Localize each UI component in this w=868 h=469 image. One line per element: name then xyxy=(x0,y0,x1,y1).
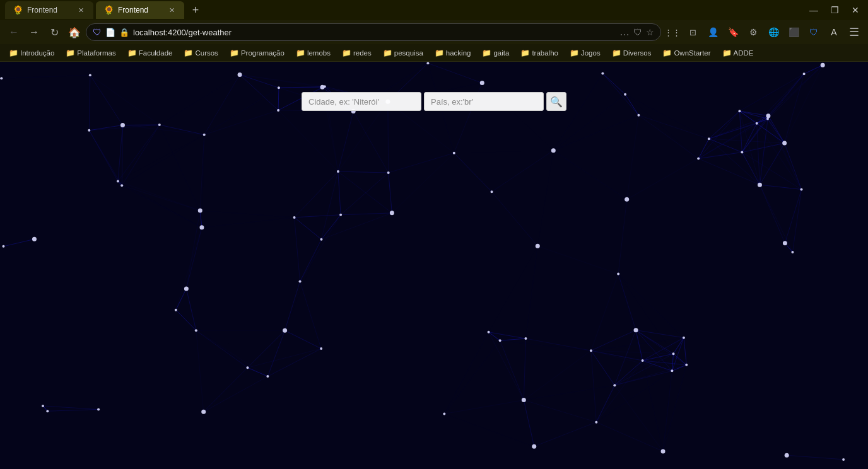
network-canvas xyxy=(0,62,868,469)
titlebar: 🌻 Frontend ✕ 🌻 Frontend ✕ + — ❐ ✕ xyxy=(0,0,868,20)
refresh-button[interactable]: ↻ xyxy=(45,23,63,41)
page-icon: 📄 xyxy=(105,28,115,37)
close-button[interactable]: ✕ xyxy=(848,4,863,16)
tab-2-icon: 🌻 xyxy=(103,5,114,15)
window-controls: — ❐ ✕ xyxy=(806,4,863,16)
bookmark-jogos[interactable]: 📁 Jogos xyxy=(565,47,606,59)
tab-view-icon[interactable]: ⊡ xyxy=(684,23,701,41)
bookmark-label: Plataformas xyxy=(77,49,115,57)
minimize-button[interactable]: — xyxy=(806,4,822,16)
tab-1-close[interactable]: ✕ xyxy=(76,5,86,15)
tab-2[interactable]: 🌻 Frontend ✕ xyxy=(96,1,184,19)
folder-icon: 📁 xyxy=(520,49,530,57)
bookmark-label: Introdução xyxy=(20,49,54,57)
bookmark-label: trabalho xyxy=(532,49,558,57)
forward-button[interactable]: → xyxy=(25,23,43,41)
bookmark-diversos[interactable]: 📁 Diversos xyxy=(607,47,657,59)
star-icon[interactable]: ☆ xyxy=(646,27,654,37)
tab-1-icon: 🌻 xyxy=(13,5,23,15)
menu-icon[interactable]: ☰ xyxy=(845,23,863,41)
shield-icon: 🛡 xyxy=(93,27,102,37)
more-icon[interactable]: … xyxy=(619,26,630,38)
bookmark-label: Programação xyxy=(241,49,284,57)
navbar: ← → ↻ 🏠 🛡 📄 🔒 localhost:4200/get-weather… xyxy=(0,20,868,44)
bookmark-plataformas[interactable]: 📁 Plataformas xyxy=(61,47,120,59)
tab-1[interactable]: 🌻 Frontend ✕ xyxy=(5,1,93,19)
folder-icon: 📁 xyxy=(570,49,579,57)
bookmark-label: pesquisa xyxy=(394,49,423,57)
new-tab-button[interactable]: + xyxy=(187,1,204,19)
font-icon[interactable]: A xyxy=(825,23,843,41)
pocket-icon[interactable]: ⬛ xyxy=(785,23,802,41)
folder-icon: 📁 xyxy=(435,49,444,57)
bookmark-gaita[interactable]: 📁 gaita xyxy=(477,47,514,59)
search-button[interactable]: 🔍 xyxy=(546,92,566,111)
bookmark-cursos[interactable]: 📁 Cursos xyxy=(179,47,223,59)
profile-icon[interactable]: 👤 xyxy=(704,23,722,41)
bookmark-trabalho[interactable]: 📁 trabalho xyxy=(515,47,563,59)
bookmark-label: gaita xyxy=(493,49,509,57)
folder-icon: 📁 xyxy=(127,49,137,57)
tab-2-close[interactable]: ✕ xyxy=(167,5,177,15)
main-content: 🔍 xyxy=(0,62,868,469)
folder-icon: 📁 xyxy=(342,49,351,57)
folder-icon: 📁 xyxy=(662,49,672,57)
folder-icon: 📁 xyxy=(230,49,239,57)
bookmark-label: ADDE xyxy=(734,49,754,57)
shield-check-icon[interactable]: 🛡 xyxy=(633,27,642,37)
bookmark-ownstarter[interactable]: 📁 OwnStarter xyxy=(657,47,715,59)
bookmark-pesquisa[interactable]: 📁 pesquisa xyxy=(378,47,428,59)
bookmark-label: lemobs xyxy=(307,49,331,57)
bookmark-label: hacking xyxy=(446,49,471,57)
bookmark-label: Diversos xyxy=(623,49,652,57)
bookmark-label: Jogos xyxy=(581,49,601,57)
url-text[interactable]: localhost:4200/get-weather xyxy=(133,28,616,37)
back-button[interactable]: ← xyxy=(5,23,23,41)
country-input[interactable] xyxy=(424,92,544,111)
bookmark-label: Cursos xyxy=(195,49,218,57)
folder-icon: 📁 xyxy=(9,49,18,57)
bookmark-red-icon[interactable]: 🔖 xyxy=(724,23,742,41)
folder-icon: 📁 xyxy=(184,49,193,57)
tab-1-label: Frontend xyxy=(27,6,57,14)
nav-tools: ⋮⋮ ⊡ 👤 🔖 ⚙ 🌐 ⬛ 🛡 A ☰ xyxy=(664,23,863,41)
ublock-icon[interactable]: 🛡 xyxy=(805,23,823,41)
search-form: 🔍 xyxy=(302,92,566,111)
bookmark-label: OwnStarter xyxy=(674,49,710,57)
folder-icon: 📁 xyxy=(612,49,621,57)
search-icon: 🔍 xyxy=(550,96,563,108)
address-icons: … 🛡 ☆ xyxy=(619,26,654,38)
bookmark-lemobs[interactable]: 📁 lemobs xyxy=(291,47,336,59)
vpn-icon[interactable]: 🌐 xyxy=(765,23,782,41)
extensions-icon[interactable]: ⋮⋮ xyxy=(664,23,681,41)
folder-icon: 📁 xyxy=(296,49,305,57)
folder-icon: 📁 xyxy=(722,49,732,57)
bookmark-adde[interactable]: 📁 ADDE xyxy=(717,47,759,59)
bookmark-redes[interactable]: 📁 redes xyxy=(337,47,377,59)
bookmark-label: Faculdade xyxy=(139,49,173,57)
bookmark-faculdade[interactable]: 📁 Faculdade xyxy=(122,47,178,59)
lock-icon: 🔒 xyxy=(119,28,129,37)
home-button[interactable]: 🏠 xyxy=(66,23,83,41)
tab-2-label: Frontend xyxy=(118,6,148,14)
bookmark-hacking[interactable]: 📁 hacking xyxy=(430,47,476,59)
settings-icon[interactable]: ⚙ xyxy=(744,23,762,41)
bookmark-programacao[interactable]: 📁 Programação xyxy=(225,47,290,59)
city-input[interactable] xyxy=(302,92,421,111)
folder-icon: 📁 xyxy=(383,49,392,57)
folder-icon: 📁 xyxy=(66,49,75,57)
address-bar[interactable]: 🛡 📄 🔒 localhost:4200/get-weather … 🛡 ☆ xyxy=(86,23,661,41)
bookmarks-bar: 📁 Introdução 📁 Plataformas 📁 Faculdade 📁… xyxy=(0,44,868,62)
bookmark-introducao[interactable]: 📁 Introdução xyxy=(4,47,59,59)
maximize-button[interactable]: ❐ xyxy=(827,4,843,16)
folder-icon: 📁 xyxy=(482,49,491,57)
bookmark-label: redes xyxy=(353,49,372,57)
